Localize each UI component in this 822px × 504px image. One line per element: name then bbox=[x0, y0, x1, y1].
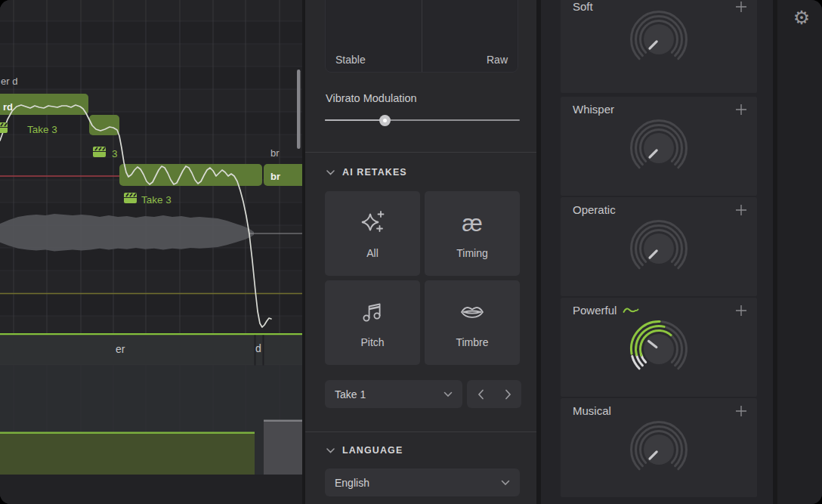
chevron-down-icon bbox=[326, 448, 335, 453]
clip-gray[interactable] bbox=[264, 422, 302, 475]
language-select-dropdown[interactable]: English bbox=[325, 468, 520, 496]
right-sidebar bbox=[777, 0, 822, 504]
retake-all-button[interactable]: All bbox=[325, 191, 420, 276]
take-select-value: Take 1 bbox=[335, 388, 366, 400]
preset-card-whisper[interactable]: Whisper bbox=[561, 97, 757, 196]
add-preset-button plus-icon[interactable] bbox=[734, 404, 748, 418]
clapperboard-icon[interactable] bbox=[0, 122, 8, 133]
retake-timbre-label: Timbre bbox=[456, 336, 488, 348]
section-divider bbox=[305, 431, 536, 432]
clip-green-top-border bbox=[0, 432, 255, 434]
note[interactable] bbox=[119, 164, 262, 186]
morph-left-label: Stable bbox=[335, 54, 366, 66]
sparkle-plus-icon bbox=[357, 208, 388, 238]
note[interactable] bbox=[0, 94, 88, 115]
phoneme-ae-icon: æ bbox=[462, 208, 483, 238]
morph-pad-divider bbox=[422, 0, 422, 72]
clapperboard-icon[interactable] bbox=[93, 147, 106, 157]
preset-card-operatic[interactable]: Operatic bbox=[561, 197, 757, 296]
slider-thumb[interactable] bbox=[379, 115, 391, 126]
add-preset-button plus-icon[interactable] bbox=[734, 0, 748, 14]
language-select-value: English bbox=[335, 477, 369, 489]
take-label[interactable]: Take 3 bbox=[141, 194, 172, 206]
preset-knob[interactable] bbox=[610, 311, 708, 388]
retake-timing-label: Timing bbox=[456, 247, 488, 259]
note-label: rd bbox=[3, 101, 13, 113]
note-br[interactable] bbox=[264, 164, 302, 186]
note[interactable] bbox=[89, 115, 119, 135]
clip-gray-top-border bbox=[264, 420, 302, 422]
music-note-icon bbox=[357, 297, 388, 327]
preset-card-soft[interactable]: Soft bbox=[561, 0, 757, 93]
chevron-down-icon bbox=[501, 480, 510, 486]
chevron-down-icon bbox=[326, 170, 335, 175]
preset-knob[interactable] bbox=[610, 110, 708, 187]
editor-bottom-area bbox=[0, 475, 302, 504]
phoneme-cell[interactable]: er bbox=[116, 343, 125, 355]
ai-retakes-header[interactable]: AI RETAKES bbox=[326, 167, 407, 178]
lips-icon bbox=[457, 297, 487, 327]
settings-gear-icon[interactable]: ⚙ bbox=[790, 6, 813, 29]
preset-card-musical[interactable]: Musical bbox=[561, 398, 757, 497]
vertical-scrollbar[interactable] bbox=[297, 70, 301, 149]
preset-label: Musical bbox=[573, 404, 611, 417]
ai-retakes-tiles: All æ Timing Pitch bbox=[325, 191, 520, 365]
ai-retakes-title: AI RETAKES bbox=[342, 167, 407, 178]
take-nav-buttons bbox=[467, 380, 521, 408]
note-label: br bbox=[270, 171, 280, 182]
preset-knob[interactable] bbox=[610, 2, 708, 79]
preset-label: Soft bbox=[573, 0, 593, 13]
phoneme-hint: br bbox=[270, 147, 280, 159]
vibrato-modulation-slider[interactable] bbox=[325, 114, 520, 126]
voice-controls-panel: Stable Raw Vibrato Modulation AI RETAKES bbox=[305, 0, 536, 504]
take-label[interactable]: Take 3 bbox=[27, 124, 57, 135]
chevron-left-icon prev-take-button[interactable] bbox=[477, 389, 484, 400]
slider-track-filled bbox=[325, 119, 385, 121]
chevron-right-icon next-take-button[interactable] bbox=[505, 389, 511, 400]
retake-pitch-button[interactable]: Pitch bbox=[325, 280, 420, 365]
language-header[interactable]: LANGUAGE bbox=[326, 445, 403, 456]
retake-timbre-button[interactable]: Timbre bbox=[425, 280, 520, 365]
preset-knob[interactable] bbox=[610, 412, 708, 489]
add-preset-button plus-icon[interactable] bbox=[734, 304, 748, 317]
lane-separator-green bbox=[0, 333, 302, 335]
preset-card-powerful[interactable]: Powerful bbox=[561, 298, 757, 397]
app-window: er d rd Take 3 3 br br bbox=[0, 0, 822, 504]
retake-all-label: All bbox=[366, 247, 379, 259]
audio-waveform bbox=[0, 214, 254, 251]
stable-raw-morph-pad[interactable]: Stable Raw bbox=[325, 0, 518, 73]
voice-presets-panel: Soft Whisper Operatic Powerful Musical bbox=[541, 0, 773, 504]
preset-knob[interactable] bbox=[610, 211, 708, 288]
phoneme-cell[interactable]: d bbox=[255, 342, 261, 354]
clip-green[interactable] bbox=[0, 434, 255, 475]
retake-pitch-label: Pitch bbox=[360, 336, 384, 348]
piano-roll-editor[interactable]: er d rd Take 3 3 br br bbox=[0, 0, 302, 504]
clapperboard-icon[interactable] bbox=[124, 193, 137, 203]
editor-canvas[interactable]: er d rd Take 3 3 br br bbox=[0, 0, 302, 504]
take-count: 3 bbox=[112, 148, 118, 159]
retake-timing-button[interactable]: æ Timing bbox=[425, 191, 520, 276]
add-preset-button plus-icon[interactable] bbox=[734, 203, 748, 217]
language-title: LANGUAGE bbox=[342, 445, 403, 456]
chevron-down-icon bbox=[443, 391, 453, 397]
section-divider bbox=[305, 152, 536, 153]
lyric-fragment: er d bbox=[1, 76, 17, 87]
take-select-dropdown[interactable]: Take 1 bbox=[325, 380, 462, 408]
morph-right-label: Raw bbox=[487, 54, 508, 66]
preset-label: Whisper bbox=[573, 103, 614, 116]
vibrato-modulation-label: Vibrato Modulation bbox=[326, 92, 417, 104]
add-preset-button plus-icon[interactable] bbox=[734, 103, 748, 116]
